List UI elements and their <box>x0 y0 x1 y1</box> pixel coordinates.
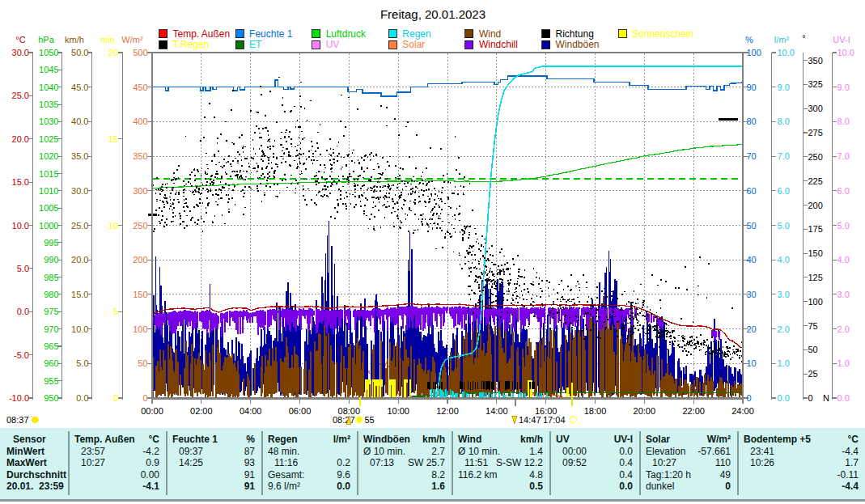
svg-text:25.0: 25.0 <box>12 91 29 100</box>
svg-text:5.0: 5.0 <box>778 221 790 231</box>
svg-text:5.0: 5.0 <box>17 264 29 273</box>
svg-text:W/m²: W/m² <box>121 35 143 44</box>
svg-text:250: 250 <box>808 152 823 162</box>
svg-text:0.0: 0.0 <box>76 393 88 403</box>
svg-text:150: 150 <box>133 290 147 299</box>
svg-text:0: 0 <box>113 393 118 403</box>
svg-text:350: 350 <box>133 151 147 161</box>
svg-text:5: 5 <box>113 307 118 316</box>
svg-text:%: % <box>745 35 753 44</box>
svg-text:-5.0: -5.0 <box>14 350 29 360</box>
svg-text:150: 150 <box>808 248 823 258</box>
svg-text:1.0: 1.0 <box>778 358 790 368</box>
svg-text:hPa: hPa <box>38 35 54 44</box>
svg-text:25: 25 <box>808 369 818 379</box>
svg-text:3.0: 3.0 <box>837 290 850 299</box>
svg-text:200: 200 <box>133 255 147 265</box>
svg-text:Windchill: Windchill <box>479 39 518 50</box>
svg-text:9.0: 9.0 <box>837 83 850 92</box>
svg-text:l/m²: l/m² <box>774 35 790 44</box>
svg-text:40.0: 40.0 <box>71 116 88 126</box>
svg-text:Solar: Solar <box>402 39 425 50</box>
svg-text:7.0: 7.0 <box>837 151 850 161</box>
svg-text:20: 20 <box>108 48 118 57</box>
svg-text:970: 970 <box>44 324 58 334</box>
svg-text:10:00: 10:00 <box>387 406 409 416</box>
svg-text:10.0: 10.0 <box>12 221 29 231</box>
svg-text:450: 450 <box>133 83 147 92</box>
svg-text:8.0: 8.0 <box>778 116 790 126</box>
svg-text:1050: 1050 <box>39 48 58 57</box>
svg-text:70: 70 <box>747 151 757 161</box>
svg-text:T.Regen: T.Regen <box>173 39 210 50</box>
svg-text:10.0: 10.0 <box>837 48 854 57</box>
svg-text:UV: UV <box>326 39 340 50</box>
svg-text:200: 200 <box>808 201 823 210</box>
svg-text:1005: 1005 <box>39 203 58 213</box>
svg-text:14:00: 14:00 <box>486 406 508 416</box>
svg-text:-10.0: -10.0 <box>9 393 29 403</box>
svg-text:N: N <box>823 393 829 403</box>
svg-text:15: 15 <box>108 134 118 144</box>
svg-text:7.0: 7.0 <box>778 151 790 161</box>
svg-text:9.0: 9.0 <box>778 83 790 92</box>
svg-text:12:00: 12:00 <box>436 406 459 416</box>
svg-text:20:00: 20:00 <box>634 406 656 416</box>
svg-text:30.0: 30.0 <box>71 186 88 196</box>
svg-text:0.0: 0.0 <box>837 393 850 403</box>
svg-text:Luftdruck: Luftdruck <box>326 28 367 40</box>
svg-text:225: 225 <box>808 176 823 186</box>
svg-text:50: 50 <box>808 345 818 354</box>
svg-text:100: 100 <box>808 297 823 307</box>
svg-text:325: 325 <box>808 79 823 89</box>
svg-text:30: 30 <box>747 290 757 299</box>
svg-text:250: 250 <box>133 221 147 231</box>
svg-text:Windböen: Windböen <box>556 39 600 50</box>
svg-text:0.0: 0.0 <box>17 307 29 316</box>
svg-text:175: 175 <box>808 224 823 234</box>
svg-text:80: 80 <box>747 116 757 126</box>
svg-text:990: 990 <box>44 255 58 265</box>
svg-text:980: 980 <box>44 290 58 299</box>
svg-text:1020: 1020 <box>39 151 58 161</box>
svg-text:6.0: 6.0 <box>778 186 790 196</box>
svg-text:1045: 1045 <box>39 65 58 74</box>
svg-text:2.0: 2.0 <box>778 324 790 334</box>
svg-text:10: 10 <box>108 221 118 231</box>
svg-text:30.0: 30.0 <box>12 48 29 57</box>
svg-text:960: 960 <box>44 358 58 368</box>
svg-text:Richtung: Richtung <box>556 28 594 40</box>
svg-text:Regen: Regen <box>402 28 430 40</box>
svg-text:5.0: 5.0 <box>837 221 850 231</box>
svg-text:Temp. Außen: Temp. Außen <box>173 28 231 40</box>
svg-text:60: 60 <box>747 186 757 196</box>
svg-text:90: 90 <box>747 83 757 92</box>
svg-text:15.0: 15.0 <box>71 290 88 299</box>
svg-text:1030: 1030 <box>39 116 58 126</box>
svg-text:Freitag, 20.01.2023: Freitag, 20.01.2023 <box>380 7 486 21</box>
svg-text:1000: 1000 <box>39 221 58 231</box>
svg-text:8.0: 8.0 <box>837 116 850 126</box>
svg-text:10.0: 10.0 <box>778 48 795 57</box>
svg-text:Wind: Wind <box>479 28 501 40</box>
svg-text:100: 100 <box>747 48 761 57</box>
svg-text:20.0: 20.0 <box>12 134 29 144</box>
svg-text:4.0: 4.0 <box>778 255 790 265</box>
svg-text:45.0: 45.0 <box>71 83 88 92</box>
svg-text:14:47: 14:47 <box>519 415 541 425</box>
svg-text:6.0: 6.0 <box>837 186 850 196</box>
svg-text:20.0: 20.0 <box>71 255 88 265</box>
svg-text:17:04: 17:04 <box>543 415 566 425</box>
svg-text:950: 950 <box>44 393 58 403</box>
svg-text:400: 400 <box>133 116 147 126</box>
svg-text:15.0: 15.0 <box>12 177 29 187</box>
svg-text:UV-I: UV-I <box>833 35 850 44</box>
svg-text:50: 50 <box>138 358 147 368</box>
svg-text:55: 55 <box>365 415 375 425</box>
svg-text:0: 0 <box>808 393 813 403</box>
svg-text:1.0: 1.0 <box>837 358 850 368</box>
svg-text:22:00: 22:00 <box>682 406 705 416</box>
svg-text:40: 40 <box>747 255 757 265</box>
svg-text:0: 0 <box>747 393 752 403</box>
svg-text:20: 20 <box>747 324 757 334</box>
